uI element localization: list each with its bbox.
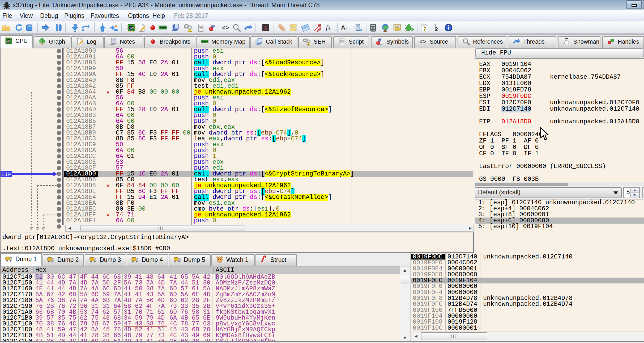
svg-text:<>: <>: [341, 41, 344, 43]
svg-text:?: ?: [434, 24, 436, 28]
svg-text:fx: fx: [326, 24, 331, 31]
svg-text:S: S: [264, 25, 267, 31]
svg-text:z: z: [346, 26, 348, 31]
svg-text:?: ?: [424, 26, 426, 32]
svg-text:EIP: EIP: [1, 172, 11, 178]
svg-text:A: A: [341, 24, 345, 31]
svg-text:<>: <>: [221, 24, 229, 32]
svg-text:32: 32: [7, 40, 10, 43]
svg-text:<>: <>: [200, 27, 203, 30]
svg-text:<>: <>: [419, 39, 426, 45]
svg-text:32: 32: [130, 26, 133, 30]
